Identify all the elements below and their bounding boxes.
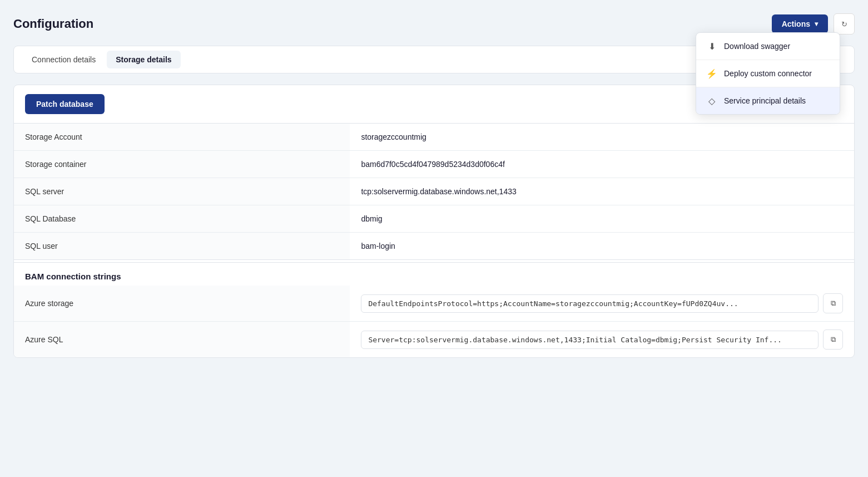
header-actions: Actions ▾ ↻ xyxy=(772,13,855,35)
chevron-down-icon: ▾ xyxy=(815,20,818,28)
row-key: SQL server xyxy=(14,178,350,205)
actions-label: Actions xyxy=(782,19,810,28)
refresh-button[interactable]: ↻ xyxy=(834,13,855,35)
download-icon: ⬇ xyxy=(706,41,717,52)
table-row: Azure SQL ⧉ xyxy=(14,322,854,358)
row-key: SQL Database xyxy=(14,205,350,233)
copy-azure-storage-button[interactable]: ⧉ xyxy=(823,293,843,313)
dropdown-item-service-principal[interactable]: ◇ Service principal details xyxy=(696,87,840,114)
deploy-connector-label: Deploy custom connector xyxy=(724,69,812,78)
copy-icon: ⧉ xyxy=(831,299,836,308)
table-row: Azure storage ⧉ xyxy=(14,286,854,322)
table-row: Storage container bam6d7f0c5cd4f047989d5… xyxy=(14,151,854,178)
row-value: ⧉ xyxy=(350,286,854,322)
row-value: bam6d7f0c5cd4f047989d5234d3d0f06c4f xyxy=(350,151,854,178)
refresh-icon: ↻ xyxy=(841,20,847,28)
content-area: Patch database Storage Account storagezc… xyxy=(13,85,855,358)
table-row: SQL server tcp:solservermig.database.win… xyxy=(14,178,854,205)
table-row: Storage Account storagezccountmig xyxy=(14,124,854,151)
row-value: tcp:solservermig.database.windows.net,14… xyxy=(350,178,854,205)
actions-dropdown: ⬇ Download swagger ⚡ Deploy custom conne… xyxy=(696,32,840,115)
row-key: Azure SQL xyxy=(14,322,350,358)
principal-icon: ◇ xyxy=(706,95,717,106)
actions-button[interactable]: Actions ▾ xyxy=(772,14,828,33)
header: Configuration Actions ▾ ↻ xyxy=(13,13,855,35)
storage-details-table: Storage Account storagezccountmig Storag… xyxy=(14,124,854,259)
azure-storage-input[interactable] xyxy=(361,294,819,313)
page-container: Configuration Actions ▾ ↻ ⬇ Download swa… xyxy=(0,0,868,477)
table-row: SQL user bam-login xyxy=(14,233,854,260)
dropdown-item-deploy-connector[interactable]: ⚡ Deploy custom connector xyxy=(696,60,840,87)
row-key: Azure storage xyxy=(14,286,350,322)
table-row: SQL Database dbmig xyxy=(14,205,854,233)
row-value: storagezccountmig xyxy=(350,124,854,151)
patch-database-button[interactable]: Patch database xyxy=(25,94,105,114)
download-swagger-label: Download swagger xyxy=(724,42,790,51)
copy-azure-sql-button[interactable]: ⧉ xyxy=(823,330,843,350)
connection-string-wrapper: ⧉ xyxy=(361,293,843,313)
tab-storage-details[interactable]: Storage details xyxy=(107,51,180,68)
row-key: Storage Account xyxy=(14,124,350,151)
row-value: bam-login xyxy=(350,233,854,260)
row-key: SQL user xyxy=(14,233,350,260)
row-value: dbmig xyxy=(350,205,854,233)
row-value: ⧉ xyxy=(350,322,854,358)
page-title: Configuration xyxy=(13,17,93,31)
tab-connection-details[interactable]: Connection details xyxy=(23,51,105,68)
bam-section-title: BAM connection strings xyxy=(14,262,854,286)
azure-sql-input[interactable] xyxy=(361,331,819,349)
row-key: Storage container xyxy=(14,151,350,178)
dropdown-item-download-swagger[interactable]: ⬇ Download swagger xyxy=(696,33,840,60)
copy-icon: ⧉ xyxy=(831,335,836,344)
bam-connection-table: Azure storage ⧉ Azure SQL xyxy=(14,286,854,357)
bam-section: BAM connection strings Azure storage ⧉ xyxy=(14,259,854,357)
service-principal-label: Service principal details xyxy=(724,96,806,105)
connector-icon: ⚡ xyxy=(706,68,717,79)
connection-string-wrapper: ⧉ xyxy=(361,330,843,350)
